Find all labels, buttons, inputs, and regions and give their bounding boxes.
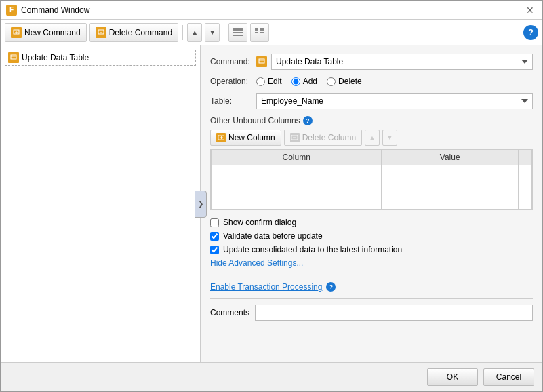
new-command-icon: [11, 27, 22, 38]
update-consolidated-checkbox[interactable]: [210, 246, 219, 254]
command-select[interactable]: Update Data Table: [271, 54, 533, 70]
empty-cell-2: [382, 165, 519, 180]
svg-rect-7: [233, 35, 243, 36]
comments-label: Comments: [210, 308, 249, 317]
table-select[interactable]: Employee_Name: [256, 93, 533, 109]
command-label: Command:: [210, 57, 251, 66]
show-confirm-row: Show confirm dialog: [210, 218, 533, 227]
bottom-bar: OK Cancel: [1, 362, 542, 391]
radio-add[interactable]: Add: [291, 77, 317, 86]
svg-rect-10: [255, 32, 258, 33]
help-button[interactable]: ?: [523, 25, 538, 40]
table-label: Table:: [210, 96, 251, 106]
delete-command-button[interactable]: Delete Command: [89, 23, 178, 42]
update-consolidated-label: Update consolidated data to the latest i…: [223, 245, 402, 254]
col-header-value: Value: [382, 150, 519, 165]
column-table-area: Column Value: [210, 149, 533, 210]
toolbar-separator-2: [224, 25, 224, 40]
empty-cell-1: [212, 165, 382, 180]
delete-command-label: Delete Command: [109, 28, 172, 37]
transaction-help-icon[interactable]: ?: [326, 282, 336, 292]
svg-rect-19: [291, 135, 298, 140]
app-icon: F: [6, 5, 17, 16]
other-unbound-label: Other Unbound Columns ?: [210, 116, 533, 125]
table-row-empty-2: [212, 180, 532, 195]
right-panel: Command: Update Data Table Operation: Ed…: [201, 45, 542, 362]
new-column-icon: [216, 133, 226, 142]
new-command-button[interactable]: New Command: [5, 23, 87, 42]
svg-rect-14: [259, 59, 264, 63]
column-move-up-button[interactable]: ▲: [365, 130, 380, 146]
close-button[interactable]: ✕: [523, 5, 537, 15]
delete-column-label: Delete Column: [302, 133, 356, 142]
other-unbound-help-icon[interactable]: ?: [303, 116, 313, 125]
validate-data-checkbox[interactable]: [210, 232, 219, 241]
validate-data-row: Validate data before update: [210, 231, 533, 241]
column-move-down-button[interactable]: ▼: [382, 130, 397, 146]
window-title: Command Window: [21, 5, 89, 15]
command-window: F Command Window ✕ New Command Delete Co…: [0, 0, 543, 392]
table-row-empty-1: [212, 165, 532, 180]
collapse-handle[interactable]: ❯: [195, 191, 207, 218]
list-detail-button[interactable]: [250, 23, 269, 42]
show-confirm-label: Show confirm dialog: [223, 218, 296, 227]
delete-column-button[interactable]: Delete Column: [284, 130, 362, 146]
operation-radio-group: Edit Add Delete: [256, 77, 362, 86]
column-table: Column Value: [211, 149, 532, 210]
comments-input[interactable]: [255, 305, 533, 321]
left-panel: Update Data Table ❯: [1, 45, 201, 362]
svg-rect-12: [11, 55, 16, 59]
title-bar: F Command Window ✕: [1, 1, 542, 20]
operation-label: Operation:: [210, 77, 251, 86]
main-toolbar: New Command Delete Command ▲ ▼ ?: [1, 20, 542, 45]
new-column-button[interactable]: New Column: [210, 130, 281, 146]
svg-rect-5: [233, 28, 243, 31]
radio-delete[interactable]: Delete: [327, 77, 362, 86]
new-command-label: New Command: [24, 28, 81, 37]
tree-item-label: Update Data Table: [22, 53, 89, 62]
svg-rect-3: [98, 30, 104, 34]
svg-rect-11: [260, 32, 264, 33]
section-divider: [210, 275, 533, 275]
list-view-button[interactable]: [228, 23, 247, 42]
update-consolidated-row: Update consolidated data to the latest i…: [210, 245, 533, 254]
svg-rect-6: [233, 32, 243, 33]
move-up-button[interactable]: ▲: [187, 23, 202, 42]
command-row: Command: Update Data Table: [210, 54, 533, 70]
radio-edit[interactable]: Edit: [256, 77, 282, 86]
column-toolbar: New Column Delete Column ▲ ▼: [210, 130, 533, 146]
empty-cell-3: [519, 165, 532, 180]
ok-button[interactable]: OK: [427, 368, 478, 386]
show-confirm-checkbox[interactable]: [210, 218, 219, 227]
update-table-icon: [8, 52, 19, 63]
svg-rect-9: [260, 28, 264, 31]
move-down-button[interactable]: ▼: [205, 23, 220, 42]
delete-column-icon: [290, 133, 300, 142]
svg-rect-8: [255, 28, 258, 31]
operation-row: Operation: Edit Add Delete: [210, 77, 533, 86]
table-row: Table: Employee_Name: [210, 93, 533, 109]
main-content: Update Data Table ❯ Command: Update Data…: [1, 45, 542, 362]
enable-transaction-button[interactable]: Enable Transaction Processing: [210, 282, 322, 292]
table-row-empty-3: [212, 195, 532, 210]
col-header-column: Column: [212, 150, 382, 165]
enable-transaction-row: Enable Transaction Processing ?: [210, 282, 533, 292]
hide-advanced-button[interactable]: Hide Advanced Settings...: [210, 258, 303, 268]
new-column-label: New Column: [228, 133, 275, 142]
toolbar-separator: [182, 25, 183, 40]
comments-row: Comments: [210, 298, 533, 321]
validate-data-label: Validate data before update: [223, 231, 323, 241]
delete-command-icon: [96, 27, 106, 38]
cancel-button[interactable]: Cancel: [483, 368, 534, 386]
tree-item-update-data-table[interactable]: Update Data Table: [5, 50, 196, 66]
col-header-extra: [519, 150, 532, 165]
command-dropdown-icon: [256, 56, 267, 67]
